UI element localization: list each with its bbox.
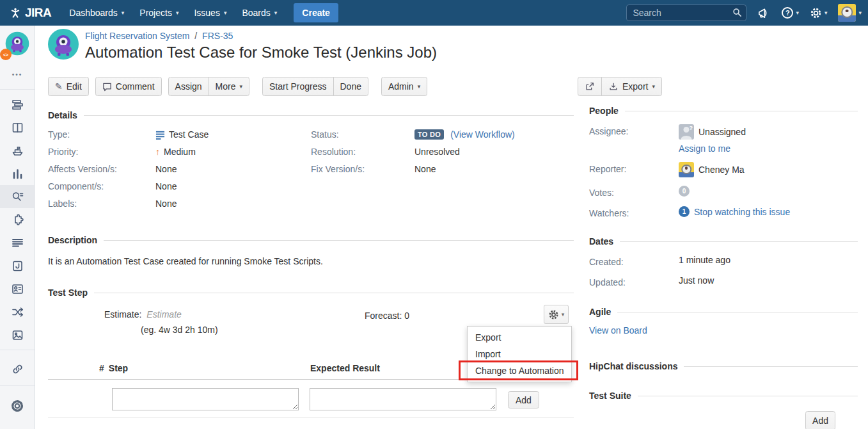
labels-label: Labels: — [48, 198, 155, 209]
votes-badge[interactable]: 0 — [679, 186, 690, 197]
assign-button[interactable]: Assign — [168, 77, 209, 96]
test-case-type-icon — [155, 130, 165, 140]
hipchat-section: HipChat discussions — [589, 361, 858, 371]
sidebar-item-reports[interactable] — [0, 162, 35, 185]
priority-medium-icon: ↑ — [155, 147, 160, 157]
description-text: It is an Automation Test Case created fo… — [48, 256, 574, 266]
sidebar-item-settings[interactable] — [0, 394, 35, 417]
nav-dashboards-label: Dashboards — [69, 8, 118, 18]
sidebar-item-backlog[interactable] — [0, 93, 35, 116]
people-section: People Assignee: ? Unassigned Assign to … — [589, 106, 858, 218]
agile-section: Agile View on Board — [589, 307, 858, 336]
more-label: More — [216, 81, 236, 92]
chevron-down-icon: ▾ — [825, 10, 828, 16]
estimate-input[interactable] — [146, 309, 223, 320]
pencil-icon: ✎ — [55, 82, 63, 91]
software-project-badge-icon: <> — [0, 49, 12, 60]
test-step-settings-button[interactable]: ▾ — [544, 305, 569, 324]
announcements-button[interactable] — [757, 6, 771, 20]
status-badge: TO DO — [414, 129, 444, 140]
megaphone-icon — [757, 6, 771, 20]
expected-result-input[interactable] — [310, 388, 496, 410]
votes-label: Votes: — [589, 186, 679, 198]
nav-issues[interactable]: Issues ▾ — [186, 2, 234, 24]
edit-button[interactable]: ✎ Edit — [48, 77, 89, 96]
text-lines-icon — [11, 236, 24, 250]
sidebar-item-shuffle[interactable] — [0, 300, 35, 323]
sidebar-item-addons[interactable] — [0, 208, 35, 231]
search-input[interactable] — [626, 4, 746, 21]
sidebar-item-pages[interactable] — [0, 231, 35, 254]
assign-to-me-link[interactable]: Assign to me — [679, 143, 730, 154]
comment-label: Comment — [116, 81, 155, 92]
done-button[interactable]: Done — [333, 77, 368, 96]
unassigned-avatar: ? — [679, 124, 694, 140]
resolution-value: Unresolved — [414, 147, 460, 157]
breadcrumb-issue-link[interactable]: FRS-35 — [202, 31, 233, 41]
forecast-value: 0 — [404, 311, 409, 321]
view-workflow-link[interactable]: (View Workflow) — [450, 129, 515, 140]
admin-button[interactable]: Admin ▾ — [381, 77, 427, 96]
nav-projects-label: Projects — [139, 8, 172, 18]
top-navbar: JIRA Dashboards ▾ Projects ▾ Issues ▾ Bo… — [0, 0, 868, 26]
menu-item-change-to-automation[interactable]: Change to Automation — [468, 362, 571, 379]
details-heading: Details — [48, 110, 574, 120]
status-label: Status: — [311, 129, 414, 140]
affects-version-label: Affects Version/s: — [48, 164, 155, 174]
sidebar-item-contacts[interactable] — [0, 277, 35, 300]
component-label: Component/s: — [48, 181, 155, 191]
watchers-label: Watchers: — [589, 206, 679, 218]
comment-button[interactable]: Comment — [95, 77, 162, 96]
bar-chart-icon — [11, 167, 24, 181]
create-button[interactable]: Create — [294, 3, 338, 22]
created-label: Created: — [589, 255, 679, 267]
breadcrumb: Flight Reservation System / FRS-35 — [85, 31, 437, 41]
column-step: Step — [109, 363, 128, 373]
people-heading: People — [589, 106, 858, 116]
created-value: 1 minute ago — [679, 255, 730, 265]
help-menu[interactable]: ? ▾ — [782, 7, 799, 19]
search-icon[interactable] — [732, 8, 742, 17]
comment-bubble-icon — [102, 82, 112, 92]
jira-logo-icon — [9, 6, 22, 19]
nav-dashboards[interactable]: Dashboards ▾ — [61, 2, 132, 24]
menu-item-import[interactable]: Import — [468, 346, 571, 362]
watchers-badge[interactable]: 1 — [679, 206, 690, 217]
sidebar-item-code[interactable] — [0, 254, 35, 277]
chevron-down-icon: ▾ — [122, 10, 125, 16]
step-input[interactable] — [112, 388, 299, 410]
project-avatar[interactable] — [48, 29, 79, 60]
nav-boards[interactable]: Boards ▾ — [234, 2, 285, 24]
stop-watching-link[interactable]: Stop watching this issue — [694, 207, 790, 217]
priority-value: Medium — [164, 147, 196, 157]
more-button[interactable]: More ▾ — [209, 77, 249, 96]
reporter-avatar — [679, 162, 694, 177]
sidebar-item-releases[interactable] — [0, 139, 35, 162]
sidebar-project-avatar[interactable]: <> — [4, 31, 30, 58]
nav-projects[interactable]: Projects ▾ — [132, 2, 186, 24]
test-step-section: Test Step Estimate: (eg. 4w 3d 2h 10m) F… — [48, 287, 574, 417]
card-icon — [11, 259, 24, 273]
brand-text: JIRA — [25, 6, 51, 20]
sidebar-item-issues[interactable] — [0, 185, 35, 208]
start-progress-button[interactable]: Start Progress — [262, 77, 333, 96]
sidebar-item-board[interactable] — [0, 116, 35, 139]
menu-item-export[interactable]: Export — [468, 329, 571, 346]
chevron-down-icon: ▾ — [796, 10, 799, 16]
page-title: Automation Test Case for Smoke Test (Jen… — [85, 44, 437, 61]
sidebar-item-links[interactable] — [0, 357, 35, 380]
user-menu[interactable]: ▾ — [838, 4, 862, 22]
view-on-board-link[interactable]: View on Board — [589, 325, 647, 336]
link-icon — [11, 362, 24, 376]
gear-icon — [548, 309, 559, 320]
test-suite-add-button[interactable]: Add — [805, 411, 835, 429]
jira-logo[interactable]: JIRA — [9, 6, 51, 20]
admin-settings-menu[interactable]: ▾ — [810, 7, 828, 19]
sidebar-item-media[interactable] — [0, 323, 35, 346]
add-step-button[interactable]: Add — [508, 391, 539, 409]
sidebar-more-icon[interactable]: ••• — [12, 71, 23, 78]
nav-issues-label: Issues — [194, 8, 219, 18]
breadcrumb-project-link[interactable]: Flight Reservation System — [85, 31, 189, 41]
new-step-row: Add — [48, 380, 574, 417]
forecast-label: Forecast: — [365, 311, 402, 321]
